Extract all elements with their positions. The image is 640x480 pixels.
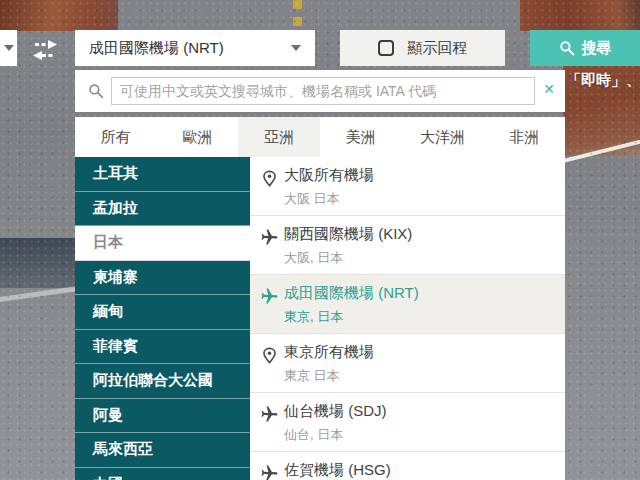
swap-airports-icon[interactable]	[31, 38, 59, 62]
secondary-dropdown-stub[interactable]	[0, 30, 17, 66]
airport-name: 佐賀機場 (HSG)	[284, 461, 391, 480]
destination-airport-value: 成田國際機場 (NRT)	[89, 39, 291, 58]
country-item-uae[interactable]: 阿拉伯聯合大公國	[75, 364, 250, 399]
clear-search-icon[interactable]: ✕	[541, 81, 557, 97]
airport-item-kix[interactable]: 關西國際機場 (KIX) 大阪, 日本	[250, 216, 565, 275]
airplane-icon	[260, 405, 279, 424]
airport-list: 大阪所有機場 大阪 日本 關西國際機場 (KIX) 大阪, 日本 成田國際機場 …	[250, 157, 565, 480]
airport-location: 東京, 日本	[284, 308, 343, 326]
country-item-malaysia[interactable]: 馬來西亞	[75, 433, 250, 468]
airport-item-osaka-all[interactable]: 大阪所有機場 大阪 日本	[250, 157, 565, 216]
search-button-label: 搜尋	[582, 39, 612, 58]
checkbox-icon[interactable]	[378, 40, 394, 56]
airport-name: 大阪所有機場	[284, 166, 374, 185]
airport-location: 仙台, 日本	[284, 426, 343, 444]
country-item-oman[interactable]: 阿曼	[75, 399, 250, 434]
airport-location: 大阪, 日本	[284, 249, 343, 267]
airplane-icon	[260, 287, 279, 306]
airport-item-hsg[interactable]: 佐賀機場 (HSG)	[250, 452, 565, 480]
country-item-philippines[interactable]: 菲律賓	[75, 330, 250, 365]
location-pin-icon	[260, 346, 279, 365]
airport-item-nrt-selected[interactable]: 成田國際機場 (NRT) 東京, 日本	[250, 275, 565, 334]
airport-name: 仙台機場 (SDJ)	[284, 402, 387, 421]
airport-item-tokyo-all[interactable]: 東京所有機場 東京 日本	[250, 334, 565, 393]
airport-search-input[interactable]	[111, 77, 535, 105]
country-item-turkey[interactable]: 土耳其	[75, 157, 250, 192]
airport-name: 東京所有機場	[284, 343, 374, 362]
country-item-cambodia[interactable]: 柬埔寨	[75, 261, 250, 296]
country-item-myanmar[interactable]: 緬甸	[75, 295, 250, 330]
country-item-bangladesh[interactable]: 孟加拉	[75, 192, 250, 227]
airport-item-sdj[interactable]: 仙台機場 (SDJ) 仙台, 日本	[250, 393, 565, 452]
airport-name: 關西國際機場 (KIX)	[284, 225, 412, 244]
airport-search-panel: ✕	[75, 70, 565, 112]
show-return-label: 顯示回程	[408, 39, 468, 58]
tab-oceania[interactable]: 大洋洲	[402, 117, 484, 157]
airplane-icon	[260, 464, 279, 480]
destination-airport-dropdown[interactable]: 成田國際機場 (NRT)	[75, 30, 315, 66]
region-tabs: 所有 歐洲 亞洲 美洲 大洋洲 非洲	[75, 117, 565, 157]
airplane-icon	[260, 228, 279, 247]
country-list: 土耳其 孟加拉 日本 柬埔寨 緬甸 菲律賓 阿拉伯聯合大公國 阿曼 馬來西亞 中…	[75, 157, 250, 480]
tab-all[interactable]: 所有	[75, 117, 157, 157]
airport-name: 成田國際機場 (NRT)	[284, 284, 419, 303]
flight-search-screen: 成田國際機場 (NRT) 顯示回程 搜尋 「即時」、 ✕ 所有 歐洲 亞洲 美洲…	[0, 0, 640, 480]
tab-americas[interactable]: 美洲	[320, 117, 402, 157]
tab-africa[interactable]: 非洲	[483, 117, 565, 157]
chevron-down-icon	[4, 45, 14, 51]
chevron-down-icon	[291, 45, 301, 51]
search-button[interactable]: 搜尋	[530, 30, 640, 66]
country-item-japan[interactable]: 日本	[75, 226, 250, 261]
search-icon	[88, 83, 104, 99]
background-headline-fragment: 「即時」、	[566, 71, 640, 90]
tab-europe[interactable]: 歐洲	[157, 117, 239, 157]
country-item-china[interactable]: 中國	[75, 468, 250, 480]
airport-location: 大阪 日本	[284, 190, 340, 208]
airport-location: 東京 日本	[284, 367, 340, 385]
location-pin-icon	[260, 169, 279, 188]
search-icon	[559, 40, 575, 56]
tab-asia[interactable]: 亞洲	[238, 117, 320, 157]
show-return-toggle[interactable]: 顯示回程	[340, 30, 505, 66]
